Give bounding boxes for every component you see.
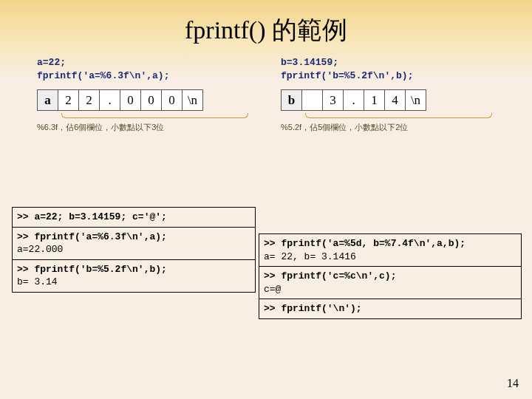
src-right-1: b=3.14159; [281,56,495,69]
src-right-2: fprintf('b=%5.2f\n',b); [281,69,495,83]
cell: 0 [141,90,162,111]
cmd-box: >> fprintf('a=%6.3f\n',a); a=22.000 [12,227,256,260]
cmd-line: >> fprintf('a=%5d, b=%7.4f\n',a,b); [264,237,516,250]
src-left-1: a=22; [37,56,251,69]
cmd-line: >> fprintf('\n'); [264,303,362,314]
examples-row: a=22; fprintf('a=%6.3f\n',a); a 2 2 . 0 … [0,47,532,133]
cell: b [282,90,302,111]
cell: . [100,90,120,111]
cell: 0 [162,90,183,111]
cell: 0 [120,90,141,111]
example-left: a=22; fprintf('a=%6.3f\n',a); a 2 2 . 0 … [37,56,251,133]
cmd-box: >> fprintf('\n'); [259,299,522,319]
output-line: b= 3.14 [17,276,250,289]
cmd-line: >> fprintf('b=%5.2f\n',b); [17,263,250,276]
cell: a [38,90,58,111]
brace-left [37,113,251,119]
cmd-line: >> fprintf('c=%c\n',c); [264,270,516,283]
cell: 2 [79,90,100,111]
cmd-box: >> fprintf('a=%5d, b=%7.4f\n',a,b); a= 2… [259,233,522,267]
cmd-box: >> a=22; b=3.14159; c='@'; [12,207,256,228]
cell: \n [183,90,203,111]
src-right: b=3.14159; fprintf('b=%5.2f\n',b); [281,56,495,82]
cmd-box: >> fprintf('b=%5.2f\n',b); b= 3.14 [12,259,256,293]
table-left: a 2 2 . 0 0 0 \n [37,89,203,111]
output-line: a= 22, b= 3.1416 [264,250,516,264]
cell: 2 [58,90,79,111]
cell [302,90,323,111]
table-right: b 3 . 1 4 \n [281,89,426,111]
brace-right [281,113,495,119]
cmd-line: >> fprintf('a=%6.3f\n',a); [17,231,250,244]
brace-caption-right [302,113,495,119]
cell: 1 [364,90,385,111]
cmd-boxes-right: >> fprintf('a=%5d, b=%7.4f\n',a,b); a= 2… [259,233,522,318]
cmd-boxes-left: >> a=22; b=3.14159; c='@'; >> fprintf('a… [12,207,256,292]
cmd-box: >> fprintf('c=%c\n',c); c=@ [259,266,522,299]
cell: . [344,90,364,111]
src-left-2: fprintf('a=%6.3f\n',a); [37,69,251,83]
output-line: c=@ [264,283,516,296]
slide-title: fprintf() 的範例 [0,0,532,47]
cell: 4 [385,90,406,111]
example-right: b=3.14159; fprintf('b=%5.2f\n',b); b 3 .… [281,56,495,133]
slide-number: 14 [507,377,519,390]
output-line: a=22.000 [17,243,250,256]
cmd-line: >> a=22; b=3.14159; c='@'; [17,211,167,222]
cell: \n [406,90,426,111]
brace-caption-left [58,113,251,119]
src-left: a=22; fprintf('a=%6.3f\n',a); [37,56,251,82]
note-right: %5.2f，佔5個欄位，小數點以下2位 [281,122,495,133]
cell: 3 [323,90,344,111]
note-left: %6.3f，佔6個欄位，小數點以下3位 [37,122,251,133]
